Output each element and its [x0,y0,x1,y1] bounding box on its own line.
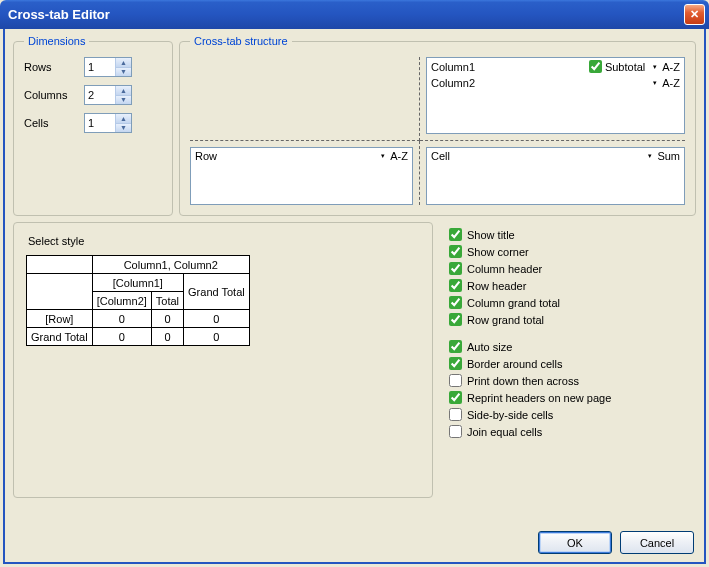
show-corner-label: Show corner [467,246,529,258]
print-down-then-across-checkbox[interactable] [449,374,462,387]
preview-col-header: Column1, Column2 [92,256,249,274]
chevron-down-icon: ▼ [120,68,127,75]
auto-size-label: Auto size [467,341,512,353]
reprint-headers-checkbox[interactable] [449,391,462,404]
preview-grand-total-col: Grand Total [184,274,250,310]
cells-up-button[interactable]: ▲ [116,114,131,124]
columns-spinner[interactable]: ▲ ▼ [84,85,132,105]
chevron-down-icon: ▼ [120,96,127,103]
column1-label: Column1 [431,61,585,73]
row-sort-dropdown[interactable]: ▾ A-Z [377,150,408,162]
cells-box[interactable]: Cell ▾ Sum [426,147,685,205]
rows-box[interactable]: Row ▾ A-Z [190,147,413,205]
client-area: Dimensions Rows ▲ ▼ Columns ▲ ▼ [3,29,706,564]
column-grand-total-checkbox[interactable] [449,296,462,309]
rows-down-button[interactable]: ▼ [116,68,131,77]
row-header-label: Row header [467,280,526,292]
row-header-checkbox[interactable] [449,279,462,292]
cells-label: Cells [24,117,84,129]
row-sort-value: A-Z [390,150,408,162]
titlebar: Cross-tab Editor ✕ [0,0,709,29]
join-equal-label: Join equal cells [467,426,542,438]
cell-row[interactable]: Cell ▾ Sum [427,148,684,164]
rows-label: Rows [24,61,84,73]
column1-row[interactable]: Column1 Subtotal ▾ A-Z [427,58,684,75]
cell-agg-dropdown[interactable]: ▾ Sum [644,150,680,162]
chevron-up-icon: ▲ [120,87,127,94]
select-style-label: Select style [26,235,420,247]
row-row[interactable]: Row ▾ A-Z [191,148,412,164]
close-button[interactable]: ✕ [684,4,705,25]
reprint-headers-label: Reprint headers on new page [467,392,611,404]
column-grand-total-label: Column grand total [467,297,560,309]
chevron-up-icon: ▲ [120,59,127,66]
column-header-checkbox[interactable] [449,262,462,275]
row-label: Row [195,150,373,162]
close-icon: ✕ [690,8,699,21]
preview-total: Total [151,292,183,310]
columns-input[interactable] [85,86,115,104]
preview-table: Column1, Column2 [Column1] Grand Total [… [26,255,250,346]
show-corner-checkbox[interactable] [449,245,462,258]
structure-group: Cross-tab structure Column1 Subtotal ▾ [179,35,696,216]
column2-sort-dropdown[interactable]: ▾ A-Z [649,77,680,89]
preview-col1: [Column1] [92,274,183,292]
border-around-cells-checkbox[interactable] [449,357,462,370]
structure-corner [190,57,420,141]
structure-legend: Cross-tab structure [190,35,292,47]
column1-sort-value: A-Z [662,61,680,73]
rows-spinner[interactable]: ▲ ▼ [84,57,132,77]
dropdown-icon: ▾ [650,62,660,72]
window-title: Cross-tab Editor [8,7,110,22]
cell-agg-value: Sum [657,150,680,162]
row-grand-total-label: Row grand total [467,314,544,326]
show-title-label: Show title [467,229,515,241]
cells-input[interactable] [85,114,115,132]
dropdown-icon: ▾ [645,151,655,161]
rows-up-button[interactable]: ▲ [116,58,131,68]
column2-sort-value: A-Z [662,77,680,89]
preview-col2: [Column2] [92,292,151,310]
dimensions-legend: Dimensions [24,35,89,47]
dimensions-group: Dimensions Rows ▲ ▼ Columns ▲ ▼ [13,35,173,216]
dropdown-icon: ▾ [650,78,660,88]
chevron-up-icon: ▲ [120,115,127,122]
columns-box[interactable]: Column1 Subtotal ▾ A-Z Column2 [426,57,685,134]
columns-down-button[interactable]: ▼ [116,96,131,105]
column-header-label: Column header [467,263,542,275]
print-down-then-across-label: Print down then across [467,375,579,387]
row-grand-total-checkbox[interactable] [449,313,462,326]
rows-input[interactable] [85,58,115,76]
cells-spinner[interactable]: ▲ ▼ [84,113,132,133]
column1-subtotal-checkbox[interactable] [589,60,602,73]
preview-grand-total-row: Grand Total [27,328,93,346]
chevron-down-icon: ▼ [120,124,127,131]
preview-row: [Row] [27,310,93,328]
border-around-cells-label: Border around cells [467,358,562,370]
column2-row[interactable]: Column2 ▾ A-Z [427,75,684,91]
cells-down-button[interactable]: ▼ [116,124,131,133]
column1-subtotal-label: Subtotal [605,61,645,73]
join-equal-checkbox[interactable] [449,425,462,438]
column2-label: Column2 [431,77,645,89]
side-by-side-checkbox[interactable] [449,408,462,421]
column1-sort-dropdown[interactable]: ▾ A-Z [649,61,680,73]
preview-panel: Select style Column1, Column2 [Column1] … [13,222,433,498]
dropdown-icon: ▾ [378,151,388,161]
columns-up-button[interactable]: ▲ [116,86,131,96]
cancel-button[interactable]: Cancel [620,531,694,554]
columns-label: Columns [24,89,84,101]
ok-button[interactable]: OK [538,531,612,554]
options-panel: Show title Show corner Column header Row… [449,222,696,498]
auto-size-checkbox[interactable] [449,340,462,353]
show-title-checkbox[interactable] [449,228,462,241]
side-by-side-label: Side-by-side cells [467,409,553,421]
cell-label: Cell [431,150,640,162]
